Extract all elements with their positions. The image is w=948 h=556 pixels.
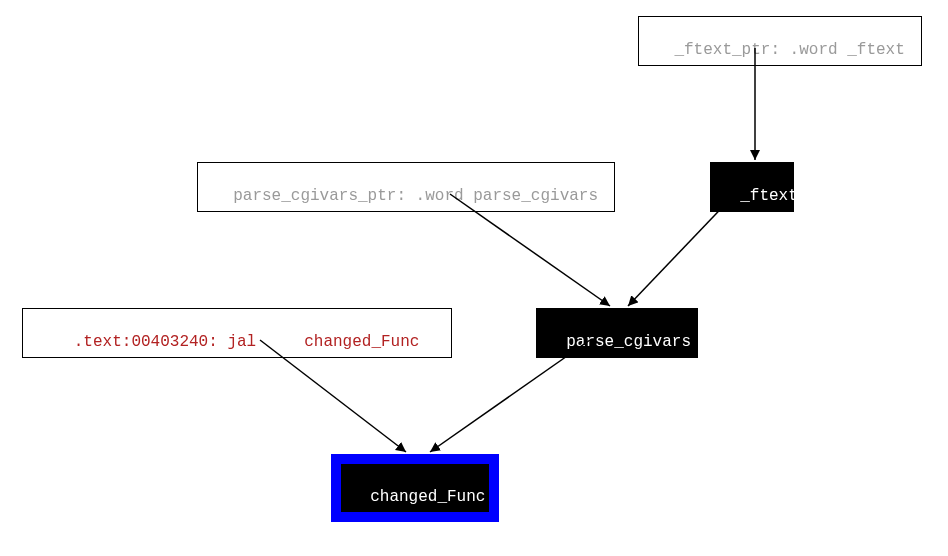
node-changed-func[interactable]: changed_Func [331, 454, 499, 522]
node-jal-instruction[interactable]: .text:00403240: jal changed_Func [22, 308, 452, 358]
node-ftext[interactable]: _ftext [710, 162, 794, 212]
node-parse-cgivars-label: parse_cgivars [566, 333, 691, 351]
node-parse-cgivars-ptr-label: parse_cgivars_ptr: .word parse_cgivars [233, 187, 598, 205]
node-ftext-label: _ftext [740, 187, 798, 205]
node-changed-func-label: changed_Func [370, 488, 485, 506]
node-ftext-ptr[interactable]: _ftext_ptr: .word _ftext [638, 16, 922, 66]
node-parse-cgivars[interactable]: parse_cgivars [536, 308, 698, 358]
node-jal-label: .text:00403240: jal changed_Func [74, 333, 420, 351]
node-parse-cgivars-ptr[interactable]: parse_cgivars_ptr: .word parse_cgivars [197, 162, 615, 212]
node-ftext-ptr-label: _ftext_ptr: .word _ftext [674, 41, 904, 59]
